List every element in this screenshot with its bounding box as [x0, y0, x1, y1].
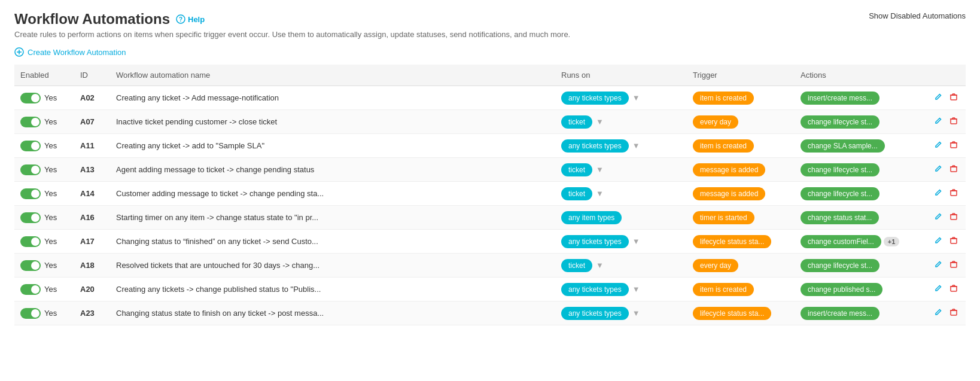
help-link[interactable]: ? Help	[176, 14, 205, 24]
edit-button[interactable]	[932, 282, 944, 296]
delete-button[interactable]	[948, 211, 960, 224]
automation-id: A17	[74, 230, 110, 254]
filter-icon[interactable]: ▼	[596, 117, 604, 126]
edit-button[interactable]	[932, 115, 944, 129]
create-workflow-button[interactable]: Create Workflow Automation	[14, 47, 126, 57]
delete-button[interactable]	[948, 163, 960, 176]
enabled-label: Yes	[44, 93, 57, 102]
edit-button[interactable]	[932, 91, 944, 105]
automations-table: Enabled ID Workflow automation name Runs…	[14, 65, 966, 325]
table-row: Yes A07Inactive ticket pending customer …	[14, 110, 966, 134]
toggle-enabled[interactable]	[20, 141, 41, 151]
automation-name: Creating any tickets -> change published…	[110, 278, 555, 301]
delete-button[interactable]	[948, 282, 960, 296]
automation-name: Customer adding message to ticket -> cha…	[110, 182, 555, 206]
automation-id: A13	[74, 158, 110, 182]
toggle-enabled[interactable]	[20, 212, 41, 223]
filter-icon[interactable]: ▼	[632, 141, 640, 150]
svg-rect-10	[951, 119, 957, 124]
delete-button[interactable]	[948, 234, 960, 248]
filter-icon[interactable]: ▼	[596, 165, 604, 174]
runs-on-badge: any tickets types	[561, 235, 629, 248]
runs-on-badge: any tickets types	[561, 307, 629, 320]
delete-button[interactable]	[948, 258, 960, 272]
trigger-badge: lifecycle status sta...	[693, 307, 771, 320]
automation-name: Creating any ticket -> Add message-notif…	[110, 86, 555, 110]
automation-name: Starting timer on any item -> change sta…	[110, 206, 555, 230]
action-badge: change lifecycle st...	[801, 163, 879, 176]
delete-button[interactable]	[948, 91, 960, 105]
automation-id: A16	[74, 206, 110, 230]
filter-icon[interactable]: ▼	[632, 93, 640, 102]
svg-rect-5	[951, 95, 957, 100]
filter-icon[interactable]: ▼	[596, 189, 604, 198]
filter-icon[interactable]: ▼	[596, 261, 604, 270]
edit-button[interactable]	[932, 187, 944, 200]
automation-id: A18	[74, 254, 110, 278]
table-row: Yes A11Creating any ticket -> add to "Sa…	[14, 134, 966, 158]
show-disabled-button[interactable]: Show Disabled Automations	[869, 11, 966, 20]
trigger-badge: timer is started	[693, 211, 754, 224]
extra-badge: +1	[884, 237, 900, 246]
enabled-label: Yes	[44, 189, 57, 198]
action-badge: change lifecycle st...	[801, 187, 879, 200]
action-badge: change customFiel...	[801, 235, 881, 248]
delete-button[interactable]	[948, 187, 960, 200]
subtitle: Create rules to perform actions on items…	[14, 30, 570, 39]
delete-button[interactable]	[948, 115, 960, 129]
automation-id: A02	[74, 86, 110, 110]
automation-id: A23	[74, 301, 110, 325]
col-header-actions: Actions	[795, 65, 926, 86]
toggle-enabled[interactable]	[20, 93, 41, 103]
trigger-badge: lifecycle status sta...	[693, 235, 771, 248]
col-header-runson: Runs on	[555, 65, 687, 86]
delete-button[interactable]	[948, 139, 960, 153]
toggle-enabled[interactable]	[20, 117, 41, 127]
delete-button[interactable]	[948, 306, 960, 320]
toggle-enabled[interactable]	[20, 284, 41, 295]
trigger-badge: message is added	[693, 163, 765, 176]
enabled-label: Yes	[44, 285, 57, 294]
automation-id: A11	[74, 134, 110, 158]
enabled-label: Yes	[44, 117, 57, 126]
svg-rect-15	[951, 143, 957, 148]
runs-on-badge: any tickets types	[561, 283, 629, 296]
automation-name: Changing status to “finished” on any tic…	[110, 230, 555, 254]
trigger-badge: every day	[693, 259, 738, 272]
toggle-enabled[interactable]	[20, 164, 41, 175]
automation-name: Creating any ticket -> add to "Sample SL…	[110, 134, 555, 158]
edit-button[interactable]	[932, 139, 944, 153]
svg-rect-35	[951, 239, 957, 243]
table-row: Yes A17Changing status to “finished” on …	[14, 230, 966, 254]
col-header-buttons	[926, 65, 966, 86]
edit-button[interactable]	[932, 234, 944, 248]
toggle-enabled[interactable]	[20, 188, 41, 199]
edit-button[interactable]	[932, 211, 944, 224]
filter-icon[interactable]: ▼	[632, 309, 640, 318]
toggle-enabled[interactable]	[20, 260, 41, 271]
toggle-enabled[interactable]	[20, 308, 41, 319]
edit-button[interactable]	[932, 163, 944, 176]
edit-button[interactable]	[932, 306, 944, 320]
action-badge: change status stat...	[801, 211, 879, 224]
edit-button[interactable]	[932, 258, 944, 272]
table-row: Yes A23Changing status state to finish o…	[14, 301, 966, 325]
runs-on-badge: ticket	[561, 115, 592, 129]
action-badge: change lifecycle st...	[801, 115, 879, 129]
trigger-badge: message is added	[693, 187, 765, 200]
automation-name: Changing status state to finish on any t…	[110, 301, 555, 325]
runs-on-badge: ticket	[561, 163, 592, 176]
col-header-enabled: Enabled	[14, 65, 74, 86]
toggle-enabled[interactable]	[20, 236, 41, 247]
trigger-badge: item is created	[693, 139, 754, 153]
filter-icon[interactable]: ▼	[632, 285, 640, 294]
filter-icon[interactable]: ▼	[632, 237, 640, 246]
svg-rect-40	[951, 263, 957, 267]
runs-on-badge: any tickets types	[561, 92, 629, 105]
svg-rect-20	[951, 167, 957, 172]
automation-id: A20	[74, 278, 110, 301]
table-row: Yes A13Agent adding message to ticket ->…	[14, 158, 966, 182]
page-title: Workflow Automations ? Help	[14, 11, 205, 28]
table-row: Yes A14Customer adding message to ticket…	[14, 182, 966, 206]
action-badge: insert/create mess...	[801, 92, 879, 105]
